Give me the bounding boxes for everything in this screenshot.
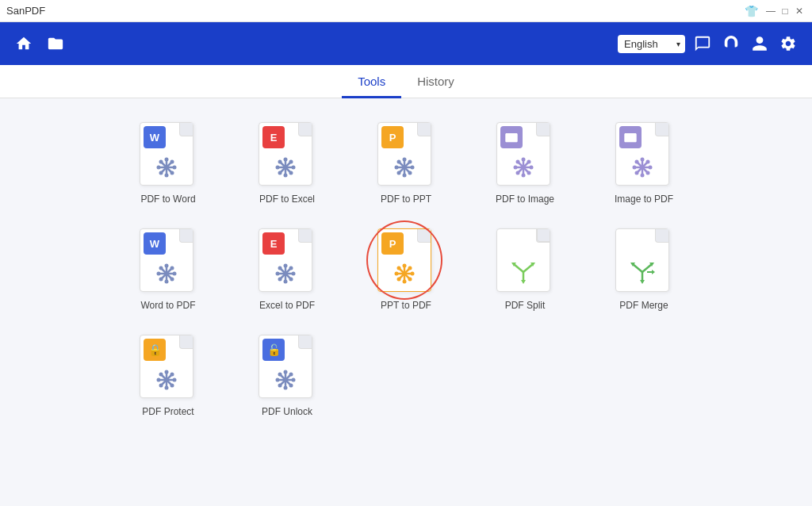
svg-point-77 <box>284 280 288 284</box>
svg-marker-102 <box>652 270 655 274</box>
svg-point-58 <box>635 171 639 175</box>
tool-ppt-to-pdf[interactable]: P <box>354 228 458 311</box>
svg-point-46 <box>516 171 520 175</box>
folder-button[interactable] <box>44 33 67 55</box>
svg-point-7 <box>173 166 177 170</box>
svg-point-59 <box>646 171 650 175</box>
svg-point-120 <box>284 386 288 390</box>
svg-point-76 <box>284 264 288 268</box>
svg-point-32 <box>397 160 401 164</box>
tool-label-ppt-to-pdf: PPT to PDF <box>381 300 431 311</box>
svg-point-65 <box>165 280 169 284</box>
svg-point-89 <box>403 280 407 284</box>
nav-right: English Chinese Japanese <box>618 33 799 55</box>
svg-point-16 <box>284 158 288 162</box>
tool-pdf-protect[interactable]: 🔒 <box>117 335 220 417</box>
svg-point-54 <box>633 166 637 170</box>
tools-grid: W <box>48 122 764 417</box>
tool-label-image-to-pdf: Image to PDF <box>615 194 673 205</box>
svg-point-19 <box>292 166 296 170</box>
svg-point-5 <box>165 174 169 178</box>
svg-point-11 <box>170 171 174 175</box>
tool-image-to-pdf[interactable]: Image to PDF <box>592 122 695 205</box>
svg-point-41 <box>522 174 526 178</box>
svg-point-31 <box>411 166 415 170</box>
tool-pdf-to-ppt[interactable]: P <box>354 122 458 205</box>
tool-label-word-to-pdf: Word to PDF <box>140 300 195 311</box>
tool-pdf-to-word[interactable]: W <box>117 122 220 205</box>
tab-tools[interactable]: Tools <box>342 67 401 98</box>
svg-point-4 <box>165 158 169 162</box>
svg-point-55 <box>649 166 653 170</box>
tool-label-excel-to-pdf: Excel to PDF <box>259 300 315 311</box>
svg-point-6 <box>157 166 161 170</box>
svg-point-17 <box>284 174 288 178</box>
svg-point-91 <box>411 272 415 276</box>
svg-point-9 <box>170 160 174 164</box>
svg-point-70 <box>159 278 163 282</box>
settings-icon[interactable] <box>777 33 799 55</box>
close-button[interactable]: ✕ <box>793 5 806 17</box>
svg-point-28 <box>403 158 407 162</box>
language-select[interactable]: English Chinese Japanese <box>618 35 685 53</box>
chat-icon[interactable] <box>691 33 714 55</box>
svg-point-92 <box>397 266 401 270</box>
svg-point-95 <box>408 278 412 282</box>
tab-history[interactable]: History <box>401 67 470 98</box>
svg-point-33 <box>408 160 412 164</box>
title-bar: SanPDF 👕 — □ ✕ <box>0 0 812 22</box>
headset-icon[interactable] <box>720 33 742 55</box>
user-icon[interactable] <box>749 33 771 55</box>
tabs-bar: Tools History <box>0 65 812 98</box>
minimize-button[interactable]: — <box>764 5 777 17</box>
tool-label-pdf-merge: PDF Merge <box>619 300 668 311</box>
svg-point-108 <box>165 386 169 390</box>
svg-point-80 <box>278 266 282 270</box>
svg-point-57 <box>646 160 650 164</box>
title-bar-controls: 👕 — □ ✕ <box>745 5 806 17</box>
svg-point-126 <box>289 384 293 388</box>
svg-point-44 <box>516 160 520 164</box>
svg-point-111 <box>159 373 163 377</box>
tool-word-to-pdf[interactable]: W <box>117 228 220 311</box>
tool-label-pdf-to-ppt: PDF to PPT <box>381 194 431 205</box>
tool-excel-to-pdf[interactable]: E <box>236 228 339 311</box>
svg-point-94 <box>397 278 401 282</box>
svg-point-22 <box>278 171 282 175</box>
maximize-button[interactable]: □ <box>779 5 791 17</box>
svg-point-83 <box>289 278 293 282</box>
svg-point-124 <box>289 373 293 377</box>
svg-point-8 <box>159 160 163 164</box>
tool-pdf-to-excel[interactable]: E <box>236 122 339 205</box>
svg-point-56 <box>635 160 639 164</box>
svg-point-67 <box>173 272 177 276</box>
svg-point-10 <box>159 171 163 175</box>
svg-marker-101 <box>640 280 645 284</box>
svg-point-20 <box>278 160 282 164</box>
svg-point-34 <box>397 171 401 175</box>
tool-label-pdf-protect: PDF Protect <box>142 406 193 417</box>
svg-point-112 <box>170 373 174 377</box>
tool-label-pdf-to-excel: PDF to Excel <box>259 194 315 205</box>
tool-label-pdf-to-image: PDF to Image <box>496 194 554 205</box>
tool-label-pdf-to-word: PDF to Word <box>140 194 195 205</box>
svg-point-119 <box>284 370 288 374</box>
svg-point-121 <box>276 378 280 382</box>
tool-pdf-to-image[interactable]: PDF to Image <box>473 122 576 205</box>
svg-marker-98 <box>521 280 526 284</box>
home-button[interactable] <box>13 33 35 55</box>
svg-point-81 <box>289 266 293 270</box>
svg-point-79 <box>292 272 296 276</box>
tool-pdf-unlock[interactable]: 🔓 <box>236 335 339 417</box>
svg-point-53 <box>641 174 645 178</box>
svg-point-23 <box>289 171 293 175</box>
tool-pdf-split[interactable]: PDF Split <box>473 228 576 311</box>
svg-point-69 <box>170 266 174 270</box>
tool-pdf-merge[interactable]: PDF Merge <box>592 228 695 311</box>
svg-point-29 <box>403 174 407 178</box>
svg-point-45 <box>527 160 531 164</box>
svg-point-68 <box>159 266 163 270</box>
svg-point-78 <box>276 272 280 276</box>
navbar: English Chinese Japanese <box>0 22 812 65</box>
language-wrapper[interactable]: English Chinese Japanese <box>618 35 685 53</box>
